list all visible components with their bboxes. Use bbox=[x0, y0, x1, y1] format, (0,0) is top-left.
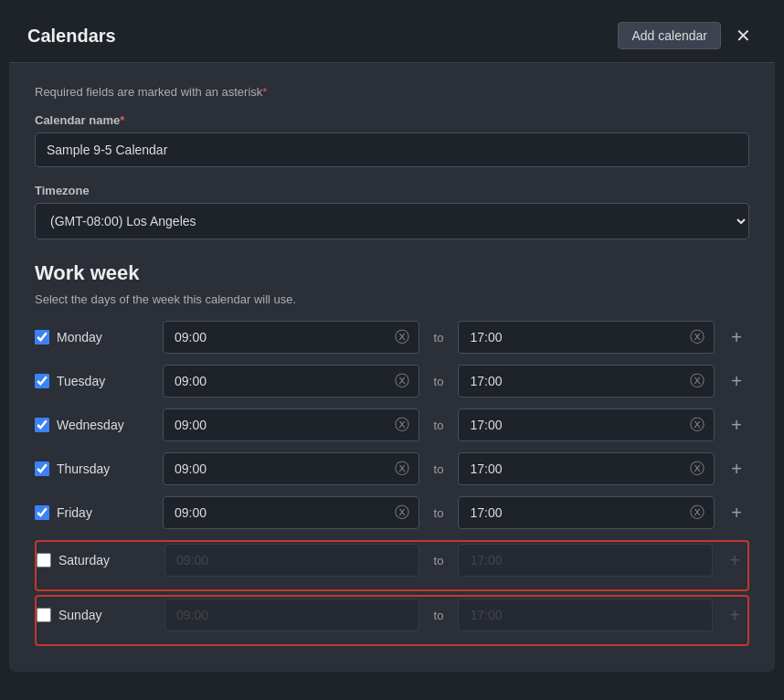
end-time-wrapper-thursday: ⓧ bbox=[458, 452, 715, 485]
day-checkbox-sunday[interactable] bbox=[37, 608, 51, 622]
end-time-wrapper-wednesday: ⓧ bbox=[458, 408, 715, 441]
calendar-name-label: Calendar name* bbox=[35, 113, 749, 127]
days-container: Mondayⓧtoⓧ+Tuesdayⓧtoⓧ+Wednesdayⓧtoⓧ+Thu… bbox=[35, 321, 749, 646]
end-time-wrapper-friday: ⓧ bbox=[458, 496, 715, 529]
required-note: Required fields are marked with an aster… bbox=[35, 85, 749, 99]
modal-header: Calendars Add calendar ✕ bbox=[9, 9, 775, 63]
calendars-modal: Calendars Add calendar ✕ Required fields… bbox=[9, 9, 775, 672]
add-time-button-monday[interactable]: + bbox=[724, 327, 749, 348]
work-week-section: Work week Select the days of the week th… bbox=[35, 261, 749, 646]
day-name-wednesday: Wednesday bbox=[57, 418, 124, 432]
end-time-clear-wednesday[interactable]: ⓧ bbox=[688, 416, 706, 435]
start-time-clear-monday[interactable]: ⓧ bbox=[393, 328, 411, 347]
calendar-name-input[interactable] bbox=[35, 133, 749, 167]
start-time-input-thursday[interactable] bbox=[171, 461, 393, 476]
start-time-clear-wednesday[interactable]: ⓧ bbox=[393, 416, 411, 435]
day-name-tuesday: Tuesday bbox=[57, 374, 105, 388]
start-time-input-friday[interactable] bbox=[171, 505, 393, 520]
end-time-input-wednesday[interactable] bbox=[466, 418, 688, 432]
work-week-desc: Select the days of the week this calenda… bbox=[35, 292, 749, 306]
add-time-button-wednesday[interactable]: + bbox=[724, 415, 749, 436]
end-time-input-saturday bbox=[466, 553, 705, 567]
day-name-thursday: Thursday bbox=[57, 461, 110, 476]
start-time-input-monday[interactable] bbox=[171, 330, 393, 345]
end-time-wrapper-monday: ⓧ bbox=[458, 321, 715, 354]
start-time-input-wednesday[interactable] bbox=[171, 418, 393, 432]
day-checkbox-saturday[interactable] bbox=[37, 553, 51, 567]
start-time-wrapper-sunday bbox=[164, 599, 419, 631]
day-checkbox-tuesday[interactable] bbox=[35, 374, 49, 388]
start-time-wrapper-tuesday: ⓧ bbox=[163, 365, 419, 398]
day-checkbox-thursday[interactable] bbox=[35, 461, 49, 476]
to-label-thursday: to bbox=[429, 462, 450, 476]
day-row-sunday: Sundayto+ bbox=[37, 599, 747, 631]
end-time-wrapper-tuesday: ⓧ bbox=[458, 365, 715, 398]
add-time-button-tuesday[interactable]: + bbox=[724, 371, 749, 392]
day-row-tuesday: Tuesdayⓧtoⓧ+ bbox=[35, 365, 749, 398]
end-time-wrapper-sunday bbox=[458, 599, 713, 631]
day-row-monday: Mondayⓧtoⓧ+ bbox=[35, 321, 749, 354]
close-button[interactable]: ✕ bbox=[730, 23, 757, 48]
modal-body: Required fields are marked with an aster… bbox=[9, 63, 775, 672]
day-label-saturday[interactable]: Saturday bbox=[37, 553, 155, 567]
work-week-title: Work week bbox=[35, 261, 749, 285]
day-row-friday: Fridayⓧtoⓧ+ bbox=[35, 496, 749, 529]
day-row-thursday: Thursdayⓧtoⓧ+ bbox=[35, 452, 749, 485]
day-row-saturday: Saturdayto+ bbox=[37, 544, 747, 577]
start-time-input-sunday bbox=[173, 608, 411, 622]
end-time-input-friday[interactable] bbox=[466, 505, 688, 520]
calendar-name-group: Calendar name* bbox=[35, 113, 749, 167]
timezone-select[interactable]: (GMT-08:00) Los Angeles bbox=[35, 203, 749, 239]
day-label-monday[interactable]: Monday bbox=[35, 330, 154, 345]
add-time-button-sunday: + bbox=[722, 605, 747, 626]
start-time-input-tuesday[interactable] bbox=[171, 374, 393, 388]
start-time-clear-thursday[interactable]: ⓧ bbox=[393, 460, 411, 479]
end-time-clear-tuesday[interactable]: ⓧ bbox=[688, 372, 706, 391]
day-label-wednesday[interactable]: Wednesday bbox=[35, 418, 154, 432]
start-time-wrapper-friday: ⓧ bbox=[163, 496, 419, 529]
day-row-wednesday: Wednesdayⓧtoⓧ+ bbox=[35, 408, 749, 441]
to-label-monday: to bbox=[429, 331, 450, 345]
day-name-saturday: Saturday bbox=[58, 553, 110, 567]
day-checkbox-friday[interactable] bbox=[35, 505, 49, 520]
to-label-saturday: to bbox=[429, 554, 450, 567]
add-time-button-friday[interactable]: + bbox=[724, 503, 749, 524]
end-time-clear-monday[interactable]: ⓧ bbox=[688, 328, 706, 347]
day-name-friday: Friday bbox=[57, 505, 92, 520]
add-time-button-saturday: + bbox=[722, 550, 747, 571]
add-time-button-thursday[interactable]: + bbox=[724, 459, 749, 480]
to-label-wednesday: to bbox=[429, 419, 450, 432]
day-label-thursday[interactable]: Thursday bbox=[35, 461, 154, 476]
end-time-clear-friday[interactable]: ⓧ bbox=[688, 504, 706, 523]
end-time-input-sunday bbox=[466, 608, 705, 622]
to-label-friday: to bbox=[429, 506, 450, 520]
modal-title: Calendars bbox=[27, 26, 116, 47]
add-calendar-button[interactable]: Add calendar bbox=[618, 22, 721, 49]
end-time-clear-thursday[interactable]: ⓧ bbox=[688, 460, 706, 479]
start-time-input-saturday bbox=[173, 553, 411, 567]
end-time-input-tuesday[interactable] bbox=[466, 374, 688, 388]
start-time-wrapper-thursday: ⓧ bbox=[163, 452, 419, 485]
day-name-monday: Monday bbox=[57, 330, 102, 345]
end-time-input-monday[interactable] bbox=[466, 330, 688, 345]
day-checkbox-monday[interactable] bbox=[35, 330, 49, 345]
start-time-wrapper-monday: ⓧ bbox=[163, 321, 419, 354]
end-time-wrapper-saturday bbox=[458, 544, 713, 577]
start-time-clear-tuesday[interactable]: ⓧ bbox=[393, 372, 411, 391]
day-label-sunday[interactable]: Sunday bbox=[37, 608, 155, 622]
to-label-sunday: to bbox=[429, 609, 450, 622]
header-actions: Add calendar ✕ bbox=[618, 22, 757, 49]
start-time-wrapper-wednesday: ⓧ bbox=[163, 408, 419, 441]
to-label-tuesday: to bbox=[429, 375, 450, 388]
day-label-friday[interactable]: Friday bbox=[35, 505, 154, 520]
day-checkbox-wednesday[interactable] bbox=[35, 418, 49, 432]
timezone-group: Timezone (GMT-08:00) Los Angeles bbox=[35, 184, 749, 239]
start-time-wrapper-saturday bbox=[164, 544, 419, 577]
timezone-label: Timezone bbox=[35, 184, 749, 197]
day-name-sunday: Sunday bbox=[58, 608, 101, 622]
day-label-tuesday[interactable]: Tuesday bbox=[35, 374, 154, 388]
end-time-input-thursday[interactable] bbox=[466, 461, 688, 476]
start-time-clear-friday[interactable]: ⓧ bbox=[393, 504, 411, 523]
